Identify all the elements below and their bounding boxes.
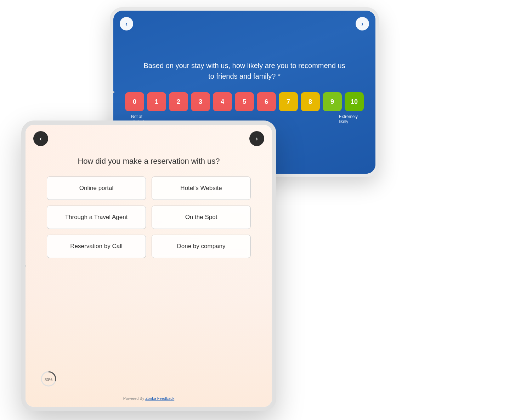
nps-button-5[interactable]: 5 xyxy=(235,92,254,111)
reservation-options: Online portal Hotel's Website Through a … xyxy=(26,177,272,258)
front-tablet-side-dot xyxy=(24,265,26,267)
front-tablet-question: How did you make a reservation with us? xyxy=(78,157,220,166)
nps-button-1[interactable]: 1 xyxy=(147,92,166,111)
back-tablet-side-dot xyxy=(113,91,114,93)
nps-scale: 0 1 2 3 4 5 6 7 8 9 10 xyxy=(125,92,364,111)
nps-button-3[interactable]: 3 xyxy=(191,92,210,111)
front-tablet-screen: ‹ › How did you make a reservation with … xyxy=(26,125,272,407)
nps-button-6[interactable]: 6 xyxy=(257,92,276,111)
option-online-portal[interactable]: Online portal xyxy=(47,177,146,200)
nps-label-right: Extremelylikely xyxy=(339,114,358,124)
nps-button-0[interactable]: 0 xyxy=(125,92,144,111)
zonka-feedback-link[interactable]: Zonka Feedback xyxy=(145,396,174,401)
option-hotels-website[interactable]: Hotel's Website xyxy=(152,177,251,200)
powered-by: Powered By Zonka Feedback xyxy=(123,396,174,401)
back-tablet-next-button[interactable]: › xyxy=(356,17,369,30)
back-tablet-question: Based on your stay with us, how likely a… xyxy=(142,60,347,82)
nps-button-10[interactable]: 10 xyxy=(345,92,364,111)
nps-button-8[interactable]: 8 xyxy=(301,92,320,111)
option-travel-agent[interactable]: Through a Travel Agent xyxy=(47,206,146,229)
nps-button-9[interactable]: 9 xyxy=(323,92,342,111)
option-reservation-call[interactable]: Reservation by Call xyxy=(47,235,146,258)
front-tablet-next-button[interactable]: › xyxy=(249,131,264,146)
progress-indicator: 30% xyxy=(40,370,57,389)
back-tablet-prev-button[interactable]: ‹ xyxy=(120,17,133,30)
option-on-the-spot[interactable]: On the Spot xyxy=(152,206,251,229)
front-tablet-prev-button[interactable]: ‹ xyxy=(33,131,48,146)
back-tablet-home-button[interactable] xyxy=(376,87,379,97)
option-done-by-company[interactable]: Done by company xyxy=(152,235,251,258)
nps-button-2[interactable]: 2 xyxy=(169,92,188,111)
nps-button-4[interactable]: 4 xyxy=(213,92,232,111)
front-tablet-home-button[interactable] xyxy=(273,261,276,271)
nps-button-7[interactable]: 7 xyxy=(279,92,298,111)
front-tablet: ‹ › How did you make a reservation with … xyxy=(21,121,276,411)
progress-text: 30% xyxy=(45,377,52,382)
